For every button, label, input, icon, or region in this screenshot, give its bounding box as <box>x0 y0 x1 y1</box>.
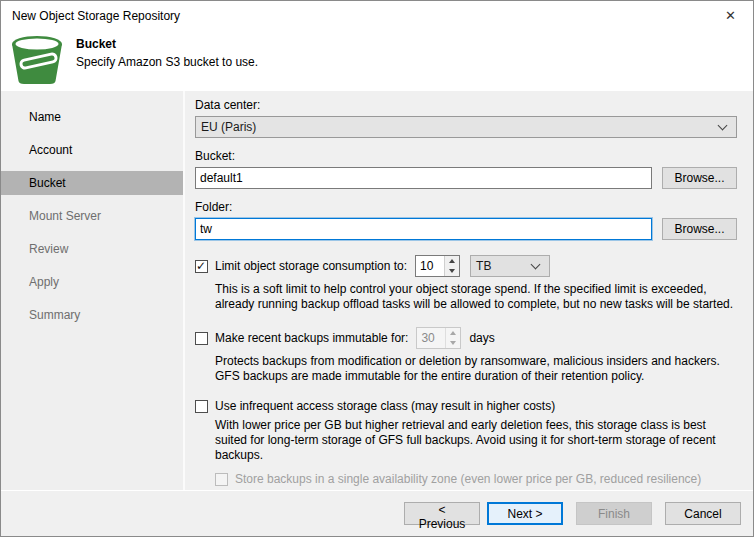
chevron-down-icon <box>718 121 728 131</box>
step-title: Bucket <box>76 37 116 51</box>
limit-consumption-row: Limit object storage consumption to: TB <box>195 255 737 277</box>
wizard-window: New Object Storage Repository ✕ Bucket S… <box>0 0 754 537</box>
immutable-row: Make recent backups immutable for: days <box>195 327 737 349</box>
immutable-label: Make recent backups immutable for: <box>215 331 408 345</box>
wizard-header: Bucket Specify Amazon S3 bucket to use. <box>1 31 753 91</box>
sidebar-item-account[interactable]: Account <box>1 138 183 162</box>
titlebar: New Object Storage Repository ✕ <box>1 1 753 31</box>
chevron-down-icon <box>531 260 541 270</box>
spinner-up-icon[interactable] <box>445 256 459 266</box>
spinner-down-icon[interactable] <box>445 266 459 276</box>
limit-unit-select[interactable]: TB <box>470 255 550 277</box>
sidebar-item-label: Mount Server <box>29 209 101 223</box>
sidebar-item-label: Name <box>29 110 61 124</box>
limit-amount-input[interactable] <box>416 256 444 276</box>
spinner-up-icon <box>446 328 460 338</box>
sidebar-item-label: Review <box>29 242 68 256</box>
step-content: Data center: EU (Paris) Bucket: Browse..… <box>185 91 753 492</box>
sidebar-item-summary[interactable]: Summary <box>1 303 183 327</box>
next-button[interactable]: Next > <box>487 502 563 525</box>
sidebar-item-label: Apply <box>29 275 59 289</box>
limit-consumption-hint: This is a soft limit to help control you… <box>215 282 737 312</box>
step-subtitle: Specify Amazon S3 bucket to use. <box>76 55 258 69</box>
immutable-days-spinner <box>416 327 461 349</box>
sidebar-item-review[interactable]: Review <box>1 237 183 261</box>
sidebar-item-mount-server[interactable]: Mount Server <box>1 204 183 228</box>
spinner-down-icon <box>446 338 460 348</box>
limit-amount-spinner <box>415 255 460 277</box>
immutable-days-input <box>417 328 445 348</box>
bucket-label: Bucket: <box>195 149 737 163</box>
folder-browse-button[interactable]: Browse... <box>662 218 737 240</box>
sidebar-item-apply[interactable]: Apply <box>1 270 183 294</box>
close-icon[interactable]: ✕ <box>708 1 753 30</box>
window-title: New Object Storage Repository <box>1 9 180 23</box>
sidebar-item-name[interactable]: Name <box>1 105 183 129</box>
data-center-select[interactable]: EU (Paris) <box>195 116 737 138</box>
single-zone-checkbox <box>215 473 228 486</box>
folder-label: Folder: <box>195 200 737 214</box>
folder-input[interactable] <box>195 218 652 240</box>
immutable-unit-label: days <box>469 331 494 345</box>
sidebar-item-label: Account <box>29 143 72 157</box>
limit-consumption-label: Limit object storage consumption to: <box>215 259 407 273</box>
immutable-hint: Protects backups from modification or de… <box>215 354 737 384</box>
sidebar-item-label: Summary <box>29 308 80 322</box>
sidebar-item-label: Bucket <box>29 176 66 190</box>
finish-button: Finish <box>576 502 652 525</box>
infrequent-access-label: Use infrequent access storage class (may… <box>215 399 555 413</box>
sidebar-item-bucket[interactable]: Bucket <box>1 171 183 195</box>
infrequent-access-checkbox[interactable] <box>195 400 208 413</box>
single-zone-label: Store backups in a single availability z… <box>235 472 701 486</box>
previous-button[interactable]: < Previous <box>404 502 480 525</box>
bucket-input[interactable] <box>195 167 652 189</box>
limit-unit-value: TB <box>476 259 491 273</box>
single-zone-row: Store backups in a single availability z… <box>215 472 737 486</box>
bucket-icon <box>9 33 65 90</box>
data-center-label: Data center: <box>195 98 737 112</box>
immutable-checkbox[interactable] <box>195 332 208 345</box>
bucket-browse-button[interactable]: Browse... <box>662 167 737 189</box>
wizard-footer: < Previous Next > Finish Cancel <box>1 490 753 536</box>
infrequent-access-row: Use infrequent access storage class (may… <box>195 399 737 413</box>
limit-consumption-checkbox[interactable] <box>195 260 208 273</box>
cancel-button[interactable]: Cancel <box>665 502 741 525</box>
data-center-value: EU (Paris) <box>201 120 256 134</box>
wizard-steps-sidebar: Name Account Bucket Mount Server Review … <box>1 91 185 492</box>
wizard-body: Name Account Bucket Mount Server Review … <box>1 91 753 492</box>
infrequent-access-hint: With lower price per GB but higher retri… <box>215 418 737 463</box>
